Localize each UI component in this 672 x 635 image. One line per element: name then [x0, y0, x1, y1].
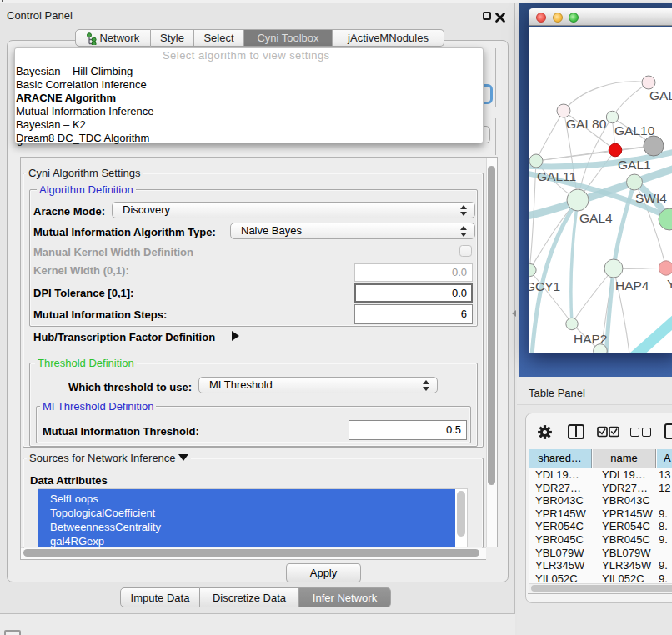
- svg-text:SWI4: SWI4: [635, 191, 667, 205]
- svg-text:GAL4: GAL4: [579, 211, 613, 225]
- svg-text:GAL1: GAL1: [618, 158, 651, 172]
- svg-text:HAP4: HAP4: [615, 278, 649, 292]
- svg-text:GAL2: GAL2: [649, 88, 672, 102]
- svg-text:GAL10: GAL10: [614, 123, 655, 138]
- svg-text:HAP2: HAP2: [574, 332, 608, 346]
- svg-text:YJ: YJ: [667, 277, 672, 291]
- svg-text:GAL11: GAL11: [537, 169, 576, 183]
- svg-text:GCY1: GCY1: [529, 279, 560, 293]
- svg-text:GAL80: GAL80: [566, 117, 607, 131]
